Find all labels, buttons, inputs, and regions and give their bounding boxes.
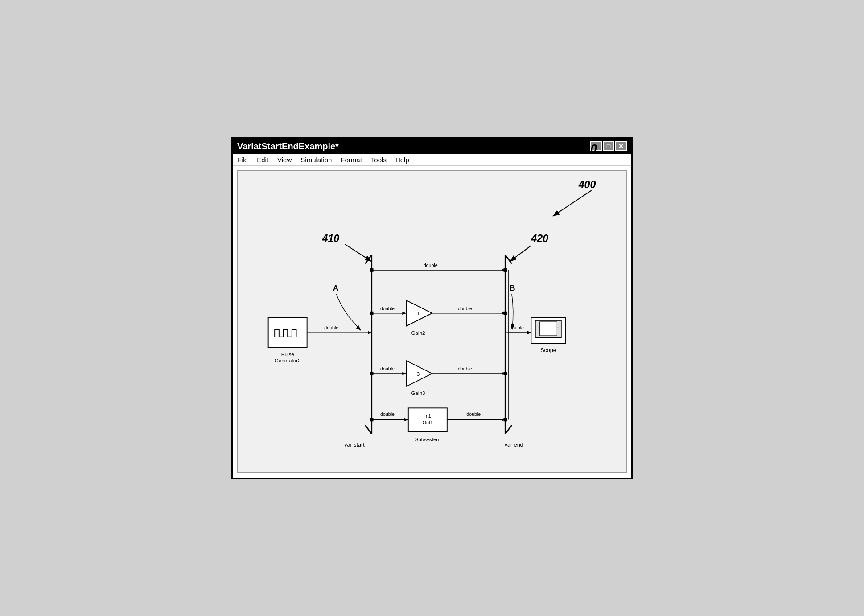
svg-rect-18 — [370, 268, 374, 272]
svg-text:A: A — [333, 283, 339, 292]
window-title: VariatStartEndExample* — [237, 141, 339, 152]
menu-view[interactable]: View — [277, 156, 292, 164]
menu-format[interactable]: Format — [341, 156, 362, 164]
canvas-area[interactable]: 400 410 420 A B — [237, 170, 627, 473]
svg-text:Generator2: Generator2 — [275, 357, 301, 363]
svg-rect-36 — [503, 372, 507, 375]
svg-rect-43 — [370, 418, 374, 421]
svg-text:1: 1 — [417, 310, 420, 316]
svg-text:double: double — [380, 366, 395, 371]
svg-rect-27 — [503, 311, 507, 315]
title-bar: VariatStartEndExample* _ □ ✕ — [233, 139, 631, 154]
main-window: VariatStartEndExample* _ □ ✕ File Edit V… — [231, 137, 633, 479]
svg-text:double: double — [380, 411, 395, 416]
menu-tools[interactable]: Tools — [371, 156, 387, 164]
maximize-button[interactable]: □ — [603, 141, 614, 151]
svg-rect-33 — [370, 372, 374, 375]
svg-text:double: double — [424, 263, 438, 268]
svg-text:3: 3 — [417, 370, 420, 376]
svg-text:double: double — [380, 305, 395, 311]
svg-text:B: B — [510, 283, 515, 292]
svg-rect-24 — [370, 311, 374, 315]
svg-text:400: 400 — [578, 179, 596, 190]
menu-file[interactable]: File — [237, 156, 248, 164]
svg-text:Gain2: Gain2 — [411, 330, 425, 336]
svg-text:In1: In1 — [424, 413, 431, 418]
svg-rect-46 — [503, 418, 507, 421]
svg-rect-51 — [540, 322, 557, 336]
menu-simulation[interactable]: Simulation — [300, 156, 332, 164]
svg-text:double: double — [458, 305, 472, 311]
menu-edit[interactable]: Edit — [257, 156, 268, 164]
svg-text:Pulse: Pulse — [281, 351, 294, 357]
svg-text:Subsystem: Subsystem — [415, 436, 440, 442]
svg-text:420: 420 — [531, 233, 548, 244]
svg-text:double: double — [510, 325, 524, 330]
svg-text:var start: var start — [344, 442, 365, 448]
annotation-400: 400 — [578, 142, 597, 156]
svg-rect-19 — [503, 268, 507, 272]
svg-text:Gain3: Gain3 — [411, 390, 425, 396]
svg-text:double: double — [466, 411, 481, 416]
menu-bar: File Edit View Simulation Format Tools H… — [233, 154, 631, 166]
svg-text:double: double — [458, 366, 472, 371]
svg-text:410: 410 — [322, 233, 340, 244]
menu-help[interactable]: Help — [395, 156, 409, 164]
svg-text:double: double — [324, 325, 338, 330]
svg-text:Scope: Scope — [540, 347, 556, 353]
close-button[interactable]: ✕ — [615, 141, 627, 151]
svg-text:Out1: Out1 — [423, 420, 433, 425]
svg-text:var end: var end — [505, 442, 523, 448]
